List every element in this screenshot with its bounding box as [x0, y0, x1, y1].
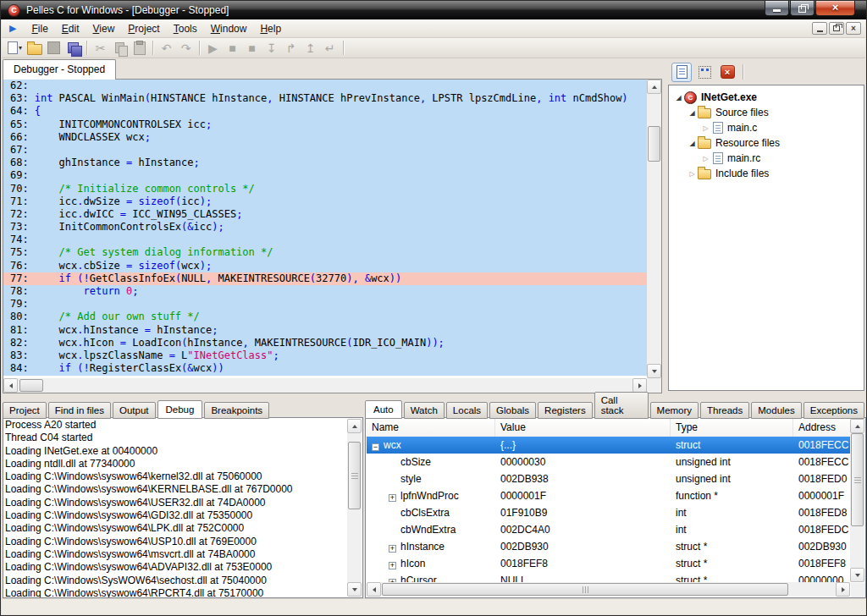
code-line-78[interactable]: 78: return 0;	[3, 285, 647, 298]
save-all-icon[interactable]	[64, 39, 83, 57]
column-header-address[interactable]: Address	[793, 419, 850, 437]
code-line-83[interactable]: 83: wcx.lpszClassName = L"INetGetClass";	[3, 349, 647, 362]
code-line-73[interactable]: 73: InitCommonControlsEx(&icc);	[3, 221, 647, 234]
tab-auto[interactable]: Auto	[365, 400, 402, 419]
code-line-74[interactable]: 74:	[3, 234, 647, 246]
scroll-up-arrow[interactable]	[347, 419, 362, 433]
watch-row-hcursor[interactable]: +hCursorNULLstruct *00000000	[367, 572, 850, 582]
mdi-close-button[interactable]: ×	[846, 22, 861, 35]
watch-row-style[interactable]: style002DB938unsigned int0018FED0	[367, 470, 850, 487]
table-horizontal-scrollbar[interactable]	[367, 582, 850, 597]
project-tree[interactable]: ◢CINetGet.exe◢Source files▷main.c◢Resour…	[668, 85, 864, 391]
editor-horizontal-scrollbar[interactable]	[3, 378, 647, 393]
menu-item-edit[interactable]: Edit	[55, 21, 86, 36]
code-line-70[interactable]: 70: /* Initialize common controls */	[3, 183, 647, 195]
scroll-left-arrow[interactable]	[3, 378, 18, 393]
code-line-67[interactable]: 67:	[3, 144, 647, 157]
file-view-icon[interactable]	[671, 63, 692, 82]
watch-row-hicon[interactable]: +hIcon0018FEF8struct *0018FEF8	[367, 555, 850, 572]
collapse-arrow-icon[interactable]: ◢	[673, 94, 684, 102]
step-over-icon[interactable]: ↱	[281, 39, 301, 57]
tab-exceptions[interactable]: Exceptions	[803, 402, 864, 419]
scroll-right-arrow[interactable]	[836, 582, 850, 597]
column-header-name[interactable]: Name	[367, 419, 495, 437]
step-into-icon[interactable]: ↧	[262, 39, 281, 57]
tab-registers[interactable]: Registers	[538, 402, 593, 419]
code-editor[interactable]: 62:63:int PASCAL WinMain(HINSTANCE hInst…	[3, 80, 662, 393]
code-line-84[interactable]: 84: if (!RegisterClassEx(&wcx))	[3, 362, 647, 375]
watch-row-wcx[interactable]: −wcx{...}struct0018FECC	[367, 437, 850, 454]
tab-breakpoints[interactable]: Breakpoints	[204, 402, 269, 419]
remove-icon[interactable]: ×	[717, 63, 737, 82]
code-line-76[interactable]: 76: wcx.cbSize = sizeof(wcx);	[3, 260, 647, 272]
scroll-down-arrow[interactable]	[347, 582, 362, 597]
collapse-arrow-icon[interactable]: ◢	[687, 140, 698, 147]
menu-item-tools[interactable]: Tools	[167, 21, 204, 36]
scroll-thumb[interactable]	[348, 442, 361, 509]
menu-item-view[interactable]: View	[86, 21, 122, 36]
tree-item-main-rc[interactable]: ▷main.rc	[669, 151, 864, 166]
scroll-up-arrow[interactable]	[647, 80, 661, 94]
tab-project[interactable]: Project	[3, 402, 47, 419]
code-line-62[interactable]: 62:	[3, 80, 647, 92]
scroll-thumb[interactable]	[382, 583, 788, 596]
code-line-64[interactable]: 64:{	[3, 105, 647, 118]
tab-debugger-stopped[interactable]: Debugger - Stopped	[3, 59, 116, 80]
menu-item-help[interactable]: Help	[253, 21, 288, 36]
tab-call-stack[interactable]: Call stack	[594, 392, 649, 419]
code-line-79[interactable]: 79:	[3, 298, 647, 311]
tree-item-source-files[interactable]: ◢Source files	[669, 105, 864, 120]
run-to-cursor-icon[interactable]: ↵	[320, 39, 340, 57]
scroll-down-arrow[interactable]	[647, 364, 661, 378]
pause-icon[interactable]: ■	[223, 39, 242, 57]
menu-item-project[interactable]: Project	[121, 21, 166, 36]
code-line-72[interactable]: 72: icc.dwICC = ICC_WIN95_CLASSES;	[3, 208, 647, 221]
code-line-80[interactable]: 80: /* Add our own stuff */	[3, 311, 647, 323]
column-header-value[interactable]: Value	[495, 419, 671, 437]
expand-box-icon[interactable]: +	[389, 562, 396, 569]
log-vertical-scrollbar[interactable]	[347, 419, 362, 597]
expand-box-icon[interactable]: +	[389, 494, 396, 502]
tab-find-in-files[interactable]: Find in files	[48, 402, 111, 419]
expand-arrow-icon[interactable]: ▷	[700, 124, 711, 132]
variables-table[interactable]: NameValueTypeAddress −wcx{...}struct0018…	[365, 417, 866, 598]
tab-modules[interactable]: Modules	[751, 402, 801, 419]
stop-icon[interactable]: ■	[242, 39, 262, 57]
tab-locals[interactable]: Locals	[446, 402, 488, 419]
tree-item-include-files[interactable]: ▷Include files	[669, 166, 864, 181]
tree-item-main-c[interactable]: ▷main.c	[669, 120, 864, 135]
run-icon[interactable]: ▶	[203, 39, 223, 57]
scroll-left-arrow[interactable]	[367, 582, 381, 597]
column-header-type[interactable]: Type	[671, 419, 793, 437]
tab-output[interactable]: Output	[113, 402, 156, 419]
tree-item-resource-files[interactable]: ◢Resource files	[669, 135, 864, 151]
editor-vertical-scrollbar[interactable]	[647, 80, 661, 378]
save-icon[interactable]	[44, 39, 64, 57]
code-line-82[interactable]: 82: wcx.hIcon = LoadIcon(hInstance, MAKE…	[3, 337, 647, 349]
tab-threads[interactable]: Threads	[700, 402, 749, 419]
watch-row-cbwndextra[interactable]: cbWndExtra002DC4A0int0018FEDC	[367, 521, 850, 538]
code-line-81[interactable]: 81: wcx.hInstance = hInstance;	[3, 324, 647, 337]
document-icon[interactable]: ▶	[9, 23, 16, 34]
code-line-66[interactable]: 66: WNDCLASSEX wcx;	[3, 131, 647, 144]
restore-button[interactable]	[790, 1, 815, 16]
scroll-thumb[interactable]	[648, 126, 660, 162]
expand-arrow-icon[interactable]: ▷	[687, 170, 698, 178]
collapse-arrow-icon[interactable]: ◢	[687, 109, 698, 117]
scroll-up-arrow[interactable]	[850, 419, 864, 433]
paste-icon[interactable]	[130, 39, 149, 57]
debug-log[interactable]: Process A20 startedThread C04 startedLoa…	[3, 417, 363, 598]
expand-arrow-icon[interactable]: ▷	[700, 155, 711, 162]
tree-item-inetget-exe[interactable]: ◢CINetGet.exe	[669, 90, 864, 105]
mdi-restore-button[interactable]	[829, 22, 844, 35]
watch-row-cbsize[interactable]: cbSize00000030unsigned int0018FECC	[367, 454, 850, 470]
code-line-77[interactable]: 77: if (!GetClassInfoEx(NULL, MAKEINTRES…	[3, 272, 647, 285]
open-file-icon[interactable]	[25, 39, 44, 57]
expand-box-icon[interactable]: +	[389, 545, 396, 553]
cut-icon[interactable]: ✂	[91, 39, 110, 57]
code-line-65[interactable]: 65: INITCOMMONCONTROLSEX icc;	[3, 118, 647, 131]
code-line-68[interactable]: 68: ghInstance = hInstance;	[3, 157, 647, 169]
watch-row-cbclsextra[interactable]: cbClsExtra01F910B9int0018FED8	[367, 504, 850, 521]
tab-watch[interactable]: Watch	[404, 402, 445, 419]
scroll-right-arrow[interactable]	[632, 378, 647, 393]
